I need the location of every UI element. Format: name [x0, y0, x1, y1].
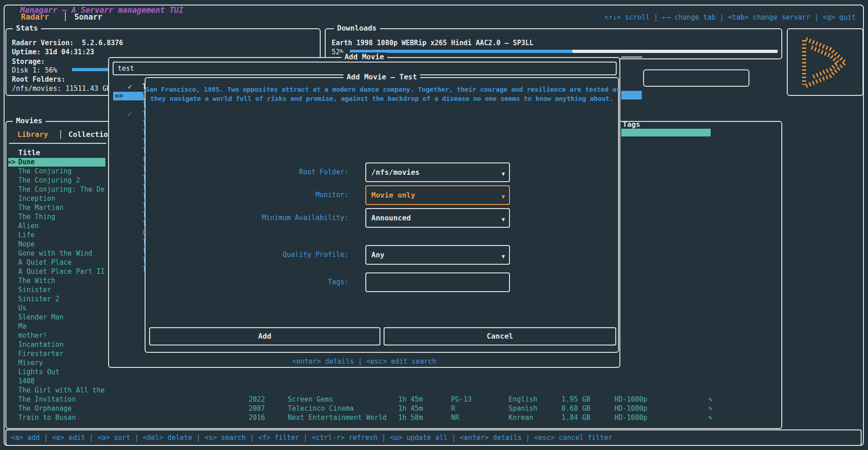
add-movie-details-popup: Add Movie – Test San Francisco, 1985. Tw… [145, 77, 619, 353]
movie-description-line1: San Francisco, 1985. Two opposites attra… [146, 85, 618, 94]
movie-row-title[interactable]: Inception [18, 194, 55, 203]
movie-row-runtime: 1h 58m [398, 413, 423, 422]
details-popup-title: Add Movie – Test [343, 73, 420, 82]
check-icon: ✓ [128, 110, 132, 119]
stats-panel-title: Stats [13, 24, 41, 33]
movie-row-language: English [509, 395, 537, 404]
movie-row-title[interactable]: Dune [18, 157, 35, 167]
tags-input[interactable] [365, 272, 510, 292]
movie-row-quality: HD-1080p [614, 404, 647, 413]
edit-pencil-icon[interactable]: ✎ [708, 413, 712, 422]
movie-row-title[interactable]: Slender Man [18, 313, 63, 322]
tab-separator: │ [63, 12, 68, 21]
chevron-down-icon: ▼ [502, 215, 505, 224]
root-folder-value: /nfs/movies [371, 168, 420, 177]
movie-row-title[interactable]: Gone with the Wind [18, 249, 93, 258]
movie-row-language: Korean [509, 413, 533, 422]
movies-title-header[interactable]: Title [18, 148, 40, 157]
monitor-label: Monitor: [156, 190, 348, 199]
tab-sonarr[interactable]: Sonarr [74, 12, 102, 21]
movie-row-title[interactable]: Misery [18, 358, 43, 367]
stats-rootfolder-value: /nfs/movies: 11511.43 GB [12, 84, 111, 93]
download-item-name: Earth 1998 1080p WEBRip x265 Hindi AAC2.… [332, 38, 534, 47]
logo-panel [787, 28, 863, 96]
movie-row-studio: Screen Gems [288, 395, 333, 404]
stats-uptime: Uptime: 31d 04:31:23 [12, 47, 94, 57]
movie-row-quality: HD-1080p [614, 413, 647, 422]
stats-rootfolders-label: Root Folders: [12, 75, 65, 84]
movie-row-title[interactable]: The Conjuring: The De [18, 185, 105, 194]
tab-radarr[interactable]: Radarr [21, 12, 49, 21]
managarr-app: Managarr – A Servarr management TUI Rada… [0, 0, 868, 450]
movie-row-title[interactable]: The Invitation [18, 395, 76, 404]
movie-row-size: 0.68 GB [561, 404, 590, 413]
movie-row-title[interactable]: A Quiet Place [18, 258, 72, 267]
movie-row-rating: NR [451, 413, 459, 422]
minimum-availability-label: Minimum Availability: [156, 213, 348, 222]
add-button[interactable]: Add [149, 327, 380, 345]
movie-row-title[interactable]: Sinister 2 [18, 294, 59, 303]
edit-pencil-icon[interactable]: ✎ [708, 395, 712, 404]
downloads-panel: Downloads Earth 1998 1080p WEBRip x265 H… [325, 28, 782, 59]
results-check-header: ✓ [128, 82, 132, 91]
movie-row-year: 2007 [249, 404, 265, 413]
selection-arrow: => [7, 157, 16, 167]
movie-row-title[interactable]: The Conjuring [18, 167, 72, 176]
movie-row-title[interactable]: The Conjuring 2 [18, 176, 80, 185]
movie-row-title[interactable]: Lights Out [18, 367, 59, 377]
add-movie-popup-title: Add Movie [341, 52, 387, 62]
movie-row-title[interactable]: Sinister [18, 285, 51, 294]
movie-row-runtime: 1h 45m [398, 404, 423, 413]
movie-description-line2: they navigate a world full of risks and … [146, 94, 618, 103]
tab-library[interactable]: Library [17, 130, 48, 139]
movie-row-title[interactable]: Alien [18, 221, 39, 230]
cancel-button[interactable]: Cancel [384, 327, 616, 345]
movie-row-rating: R [451, 404, 455, 413]
movie-row-title[interactable]: Ma [18, 322, 26, 331]
movies-panel-title: Movies [13, 116, 46, 126]
chevron-down-icon: ▼ [502, 252, 505, 261]
monitor-select[interactable]: Movie only ▼ [365, 185, 510, 205]
top-keybind-help: <↑↓> scroll | ←→ change tab | <tab> chan… [604, 13, 856, 22]
movie-row-language: Spanish [509, 404, 537, 413]
movie-row-title[interactable]: The Martian [18, 203, 63, 212]
monitor-value: Movie only [371, 191, 415, 200]
play-logo-icon [798, 34, 852, 91]
tags-column-header: Tags [623, 120, 640, 129]
movie-row-title[interactable]: The Thing [18, 212, 55, 221]
movie-row-title[interactable]: A Quiet Place Part II [18, 267, 105, 276]
stats-disk-label: Disk 1: 56% [12, 66, 57, 75]
root-folder-select[interactable]: /nfs/movies ▼ [365, 162, 510, 182]
movie-row-year: 2016 [249, 413, 265, 422]
bottom-help-bar: <a> add | <e> edit | <o> sort | <del> de… [5, 429, 862, 446]
popup-border-fragment [621, 57, 642, 58]
movie-row-studio: Telecinco Cinema [288, 404, 354, 413]
movie-row-studio: Next Entertainment World [288, 413, 387, 422]
minimum-availability-value: Announced [371, 214, 411, 223]
add-movie-hint: <enter> details | <esc> edit search [109, 357, 619, 366]
movie-row-title[interactable]: Train to Busan [18, 413, 76, 422]
bottom-keybind-help: <a> add | <e> edit | <o> sort | <del> de… [11, 433, 613, 442]
selected-movie-row-fragment [621, 129, 711, 136]
movie-row-title[interactable]: Incantation [18, 340, 63, 349]
movie-row-rating: PG-13 [451, 395, 472, 404]
movie-row-title[interactable]: mother! [18, 331, 47, 340]
movie-row-size: 1.95 GB [561, 395, 590, 404]
movies-tab-underline [9, 143, 106, 144]
quality-profile-value: Any [371, 251, 385, 260]
movie-row-title[interactable]: The Witch [18, 276, 55, 285]
movie-row-title[interactable]: The Girl with All the [18, 386, 105, 395]
movie-row-title[interactable]: 1408 [18, 377, 35, 386]
edit-pencil-icon[interactable]: ✎ [708, 404, 712, 413]
movie-row-title[interactable]: Us [18, 303, 26, 313]
movie-row-title[interactable]: The Orphanage [18, 404, 72, 413]
quality-profile-select[interactable]: Any ▼ [365, 245, 510, 265]
chevron-down-icon: ▼ [502, 169, 505, 178]
movie-row-title[interactable]: Life [18, 230, 35, 240]
movie-row-quality: HD-1080p [614, 395, 647, 404]
minimum-availability-select[interactable]: Announced ▼ [365, 208, 510, 228]
quality-profile-label: Quality Profile: [156, 250, 348, 259]
movie-row-title[interactable]: Firestarter [18, 349, 63, 358]
movie-row-title[interactable]: Nope [18, 240, 35, 249]
empty-box-fragment [643, 69, 749, 87]
